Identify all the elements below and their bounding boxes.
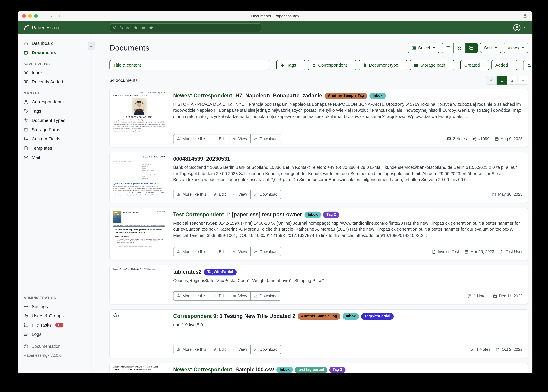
tag-inbox[interactable]: Inbox: [343, 313, 359, 320]
user-menu[interactable]: [513, 24, 526, 32]
tag-inbox[interactable]: Inbox: [369, 93, 386, 99]
title-content-dropdown[interactable]: Title & content: [109, 60, 150, 70]
edit-button[interactable]: Edit: [209, 190, 230, 199]
view-button[interactable]: View: [229, 247, 251, 256]
more-like-this-button[interactable]: More like this: [173, 291, 210, 301]
sidebar-item-mail[interactable]: Mail: [18, 153, 92, 162]
tag-test-tag-partial[interactable]: test tag partial: [295, 367, 327, 373]
document-thumbnail[interactable]: ✻ BANK OF SCOTLANDBank of Scotland · 108…: [110, 152, 168, 203]
meta-doctype[interactable]: Invoice Test: [432, 250, 459, 254]
view-button[interactable]: View: [229, 345, 251, 354]
meta-notes[interactable]: 2 Notes: [447, 137, 467, 141]
tags-filter-button[interactable]: Tags: [276, 60, 305, 70]
view-mode-grid-button[interactable]: [454, 43, 466, 53]
sidebar-item-templates[interactable]: Templates: [18, 143, 92, 153]
more-like-this-button[interactable]: More like this: [173, 134, 210, 143]
sidebar-item-storage-paths[interactable]: Storage Paths: [18, 125, 92, 134]
view-button[interactable]: View: [229, 190, 251, 199]
pagination-page-2[interactable]: 2: [507, 76, 518, 84]
pagination-next[interactable]: »: [518, 76, 528, 84]
journal-cover-image: MEDICAL TEACHER: [113, 211, 122, 223]
sidebar-item-document-types[interactable]: Document Types: [18, 116, 92, 125]
brand[interactable]: Paperless-ngx: [23, 25, 110, 31]
meta-calendar[interactable]: Aug 9, 2023: [495, 137, 523, 141]
select-button[interactable]: Select: [408, 43, 440, 53]
tag-tagwithpartial[interactable]: TagWithPartial: [204, 269, 237, 275]
added-filter-button[interactable]: Added: [491, 60, 517, 70]
pagination-prev[interactable]: «: [486, 76, 497, 84]
sidebar-item-dashboard[interactable]: Dashboard: [18, 39, 92, 48]
pagination-page-1[interactable]: 1: [497, 76, 507, 84]
sidebar-item-documentation[interactable]: Documentation: [18, 342, 92, 351]
tag-inbox[interactable]: Inbox: [276, 367, 293, 373]
download-icon: [254, 348, 258, 351]
views-button[interactable]: Views: [504, 43, 528, 53]
edit-button[interactable]: Edit: [209, 291, 230, 301]
share-icon[interactable]: [523, 13, 528, 18]
filter-text-input[interactable]: [150, 60, 269, 70]
more-like-this-button[interactable]: More like this: [173, 190, 210, 199]
document-thumbnail[interactable]: MEDICAL TEACHERMedical TeacherTaylor & F…: [110, 208, 168, 260]
meta-notes[interactable]: 1 Notes: [468, 294, 487, 298]
correspondent-filter-button[interactable]: Correspondent: [308, 60, 356, 70]
download-button[interactable]: Download: [250, 291, 281, 301]
document-correspondent-link[interactable]: Correspondent 9: [173, 313, 216, 319]
sidebar-item-logs[interactable]: Logs: [18, 329, 92, 339]
tag-tag-2[interactable]: Tag 2: [329, 367, 345, 373]
meta-asn[interactable]: #1999: [472, 137, 489, 141]
download-button[interactable]: Download: [250, 134, 281, 143]
tag-another-sample-tag[interactable]: Another Sample Tag: [324, 93, 367, 99]
edit-button[interactable]: Edit: [209, 247, 230, 256]
edit-button[interactable]: Edit: [209, 134, 230, 143]
document-title-link[interactable]: Newest Correspondent: Sample100.csv: [173, 367, 274, 373]
sidebar-item-custom-fields[interactable]: Custom Fields: [18, 134, 92, 143]
view-mode-list-button[interactable]: [442, 43, 454, 53]
document-title-link[interactable]: 0004814539_20230531: [173, 156, 230, 162]
document-thumbnail[interactable]: one,1.0 five,5.0: [110, 309, 168, 358]
meta-calendar[interactable]: May 30, 2023: [492, 192, 523, 196]
edit-button[interactable]: Edit: [209, 345, 230, 354]
tag-another-sample-tag[interactable]: Another Sample Tag: [298, 313, 340, 320]
sidebar-item-inbox[interactable]: Inbox: [18, 68, 92, 77]
storage-path-filter-button[interactable]: Storage path: [410, 60, 454, 70]
meta-calendar[interactable]: Mar 25, 2023: [464, 250, 494, 254]
sidebar-item-file-tasks[interactable]: File Tasks 16: [18, 320, 92, 329]
document-title-link[interactable]: Correspondent 9: 1 Testing New Title Upd…: [173, 313, 296, 320]
permissions-filter-button[interactable]: Permissions: [523, 60, 533, 70]
download-button[interactable]: Download: [250, 247, 281, 256]
meta-calendar[interactable]: Dec 11, 2022: [493, 294, 523, 298]
sidebar-item-settings[interactable]: Settings: [18, 302, 92, 311]
tag-tagwithpartial[interactable]: TagWithPartial: [361, 313, 394, 320]
meta-calendar[interactable]: Oct 2, 2022: [496, 347, 523, 352]
tag-inbox[interactable]: Inbox: [304, 211, 321, 218]
more-like-this-button[interactable]: More like this: [173, 345, 210, 354]
view-button[interactable]: View: [229, 134, 251, 143]
document-title-link[interactable]: tablerates2: [173, 269, 202, 275]
document-title-link[interactable]: Test Correspondent 1: [paperless] test p…: [173, 212, 302, 218]
sidebar-item-tags[interactable]: Tags: [18, 106, 92, 116]
sidebar-item-users-groups[interactable]: Users & Groups: [18, 311, 92, 320]
download-button[interactable]: Download: [250, 345, 281, 354]
document-correspondent-link[interactable]: Newest Correspondent: [173, 93, 232, 99]
document-type-filter-button[interactable]: Document type: [359, 60, 407, 70]
search-input[interactable]: [110, 23, 261, 32]
created-filter-button[interactable]: Created: [461, 60, 489, 70]
document-thumbnail[interactable]: Serial Number,Company Name,Employee Mark…: [110, 363, 168, 373]
document-thumbnail[interactable]: HISTORIA - PRACA DLA CHĘTNYCHFrancja pod…: [110, 89, 168, 147]
more-like-this-button[interactable]: More like this: [173, 247, 210, 256]
view-button[interactable]: View: [229, 291, 251, 301]
document-thumbnail[interactable]: Country,Region/State,"Zip/Postal Code","…: [110, 265, 168, 304]
document-title-link[interactable]: Newest Correspondent: H7_Napoleon_Bonapa…: [173, 93, 322, 99]
view-mode-detail-button[interactable]: [466, 43, 478, 53]
sidebar-collapse-button[interactable]: «: [88, 42, 95, 50]
sidebar-item-recently-added[interactable]: Recently Added: [18, 77, 92, 86]
document-correspondent-link[interactable]: Newest Correspondent: [173, 367, 232, 373]
sort-button[interactable]: Sort: [480, 43, 501, 53]
sidebar-item-correspondents[interactable]: Correspondents: [18, 97, 92, 106]
meta-user[interactable]: Test User: [499, 250, 523, 254]
download-button[interactable]: Download: [250, 190, 281, 199]
document-correspondent-link[interactable]: Test Correspondent 1: [173, 212, 228, 218]
tag-tag-2[interactable]: Tag 2: [323, 211, 339, 218]
sidebar-item-documents[interactable]: Documents: [18, 48, 92, 57]
meta-notes[interactable]: 1 Notes: [470, 347, 490, 352]
